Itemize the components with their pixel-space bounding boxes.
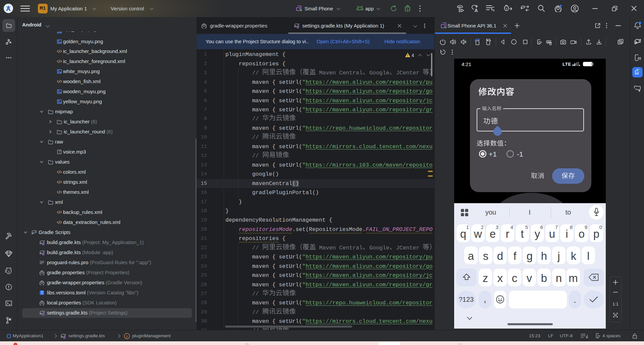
svg-text:T: T (41, 291, 43, 295)
svg-text:λ: λ (126, 334, 128, 338)
svg-text:?: ? (58, 150, 60, 154)
svg-text:A: A (474, 8, 478, 12)
